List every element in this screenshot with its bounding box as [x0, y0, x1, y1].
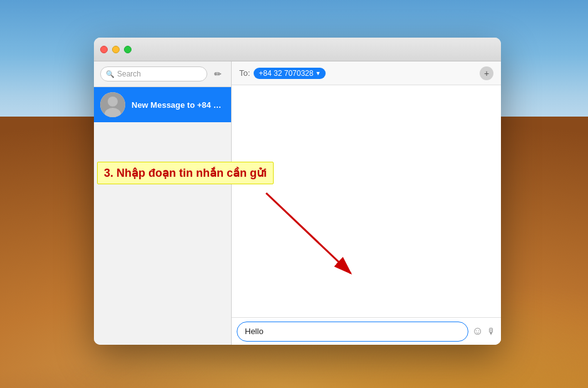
input-bar: ☺ 🎙: [232, 317, 501, 345]
avatar-icon: [100, 92, 125, 117]
chevron-down-icon: ▼: [315, 70, 321, 76]
avatar: [100, 92, 125, 117]
mic-button[interactable]: 🎙: [487, 327, 496, 337]
titlebar: [94, 38, 501, 61]
conversation-item[interactable]: New Message to +84 32 70...: [94, 87, 231, 122]
emoji-button[interactable]: ☺: [472, 325, 483, 338]
svg-point-3: [108, 97, 118, 107]
sidebar: 🔍 Search ✏ New Message to +84 32 70...: [94, 61, 232, 345]
messages-window: 🔍 Search ✏ New Message to +84 32 70...: [94, 38, 501, 345]
conversation-info: New Message to +84 32 70...: [132, 100, 225, 110]
close-button[interactable]: [100, 46, 108, 53]
fullscreen-button[interactable]: [124, 46, 132, 53]
minimize-button[interactable]: [112, 46, 120, 53]
search-icon: 🔍: [106, 70, 115, 78]
to-header: To: +84 32 7070328 ▼ +: [232, 61, 501, 85]
main-panel: To: +84 32 7070328 ▼ + ☺ 🎙: [232, 61, 501, 345]
compose-button[interactable]: ✏: [211, 67, 225, 81]
message-input[interactable]: [237, 322, 468, 342]
to-number: +84 32 7070328: [259, 69, 313, 78]
search-input-placeholder: Search: [117, 70, 202, 78]
sidebar-header: 🔍 Search ✏: [94, 61, 231, 87]
conversation-name: New Message to +84 32 70...: [132, 100, 225, 110]
message-area: [232, 85, 501, 317]
search-bar[interactable]: 🔍 Search: [100, 66, 207, 81]
to-label: To:: [239, 68, 250, 78]
traffic-lights: [100, 46, 132, 53]
to-chip[interactable]: +84 32 7070328 ▼: [254, 68, 326, 79]
add-recipient-button[interactable]: +: [480, 66, 493, 80]
window-content: 🔍 Search ✏ New Message to +84 32 70...: [94, 61, 501, 345]
